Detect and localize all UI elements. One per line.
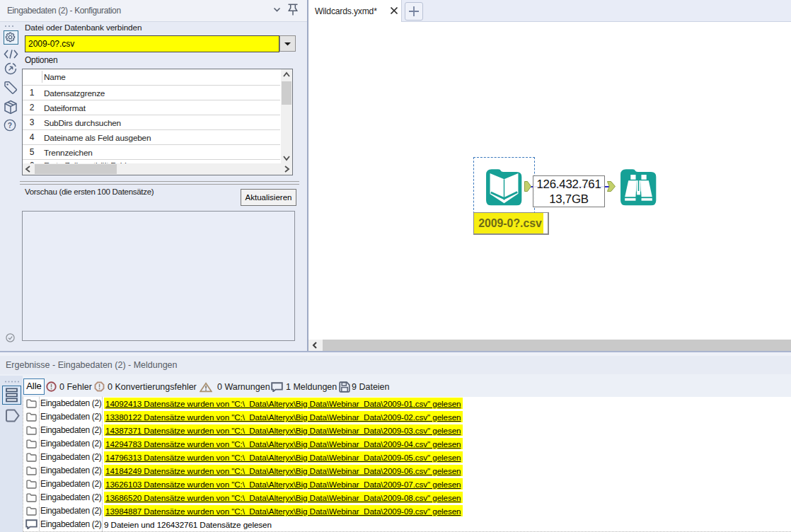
svg-text:?: ?: [8, 122, 12, 129]
